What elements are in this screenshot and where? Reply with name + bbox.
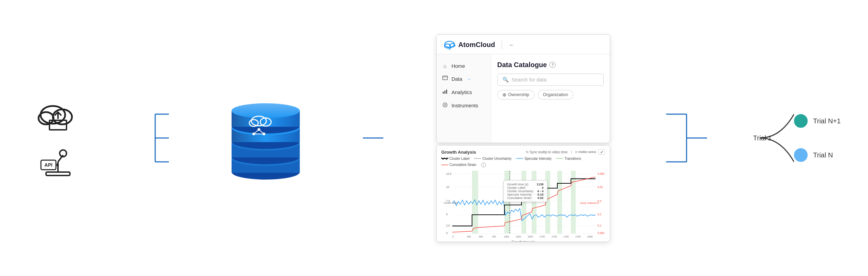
sidebar-item-home[interactable]: ⌂ Home	[437, 60, 491, 72]
svg-text:1750: 1750	[563, 235, 569, 238]
panel-to-trials-connector	[666, 73, 707, 203]
search-box[interactable]: 🔍 Search for data	[497, 74, 604, 86]
svg-text:250: 250	[467, 235, 471, 238]
svg-text:0.005: 0.005	[598, 172, 604, 175]
svg-rect-5	[46, 172, 70, 175]
data-icon	[442, 76, 448, 82]
db-to-panel-connector	[363, 83, 383, 193]
logo-text: AtomCloud	[458, 41, 495, 49]
legend-specular-text: Specular Intensity	[525, 157, 552, 160]
legend-info-icon[interactable]: i	[481, 163, 486, 167]
tooltip-uncertainty: Cluster Uncertainty 4 - 4	[507, 189, 544, 193]
chart-title: Growth Analysis	[441, 150, 476, 155]
home-icon: ⌂	[442, 63, 448, 69]
ownership-filter-btn[interactable]: ⊕ Ownership	[497, 90, 534, 99]
svg-point-27	[232, 103, 300, 118]
x-axis-label: Growth time (s)	[441, 240, 605, 242]
svg-text:500: 500	[479, 235, 483, 238]
api-icon: API	[36, 145, 80, 179]
trial-n-node	[794, 148, 808, 162]
database-container	[221, 80, 310, 196]
svg-text:0: 0	[446, 231, 448, 234]
svg-text:2.5: 2.5	[446, 224, 450, 227]
svg-text:1000: 1000	[504, 235, 509, 238]
left-connector-svg	[142, 83, 169, 193]
trial-1-label: Trial 1	[753, 134, 772, 142]
sidebar-item-instruments[interactable]: Instruments	[437, 99, 491, 112]
svg-rect-50	[444, 91, 445, 94]
svg-text:1500: 1500	[528, 235, 533, 238]
back-arrow-btn[interactable]: ←	[509, 42, 514, 48]
legend-strain-text: Cumulative Strain	[450, 163, 476, 167]
search-placeholder-text: Search for data	[512, 77, 547, 82]
trial-n-plus-1-label: Trial N+1	[813, 117, 841, 125]
svg-text:1750: 1750	[575, 235, 581, 238]
legend-uncertainty-text: Cluster Uncertainty	[483, 157, 512, 160]
svg-text:1250: 1250	[516, 235, 521, 238]
left-icons-group: API	[27, 97, 89, 179]
chart-panel: Growth Analysis ↻ Sync tooltip to video …	[436, 145, 610, 242]
atomcloud-window: AtomCloud ← ⌂ Home Data	[436, 34, 610, 143]
main-container: API	[0, 0, 868, 276]
visible-series-label: Visible series	[578, 150, 596, 154]
tooltip-strain-label: Cumulative Strain	[507, 196, 531, 200]
catalogue-title-text: Data Catalogue	[497, 61, 547, 69]
trial-n: Trial N	[794, 148, 833, 162]
sync-label: Sync tooltip to video time	[530, 150, 568, 154]
atomcloud-logo: AtomCloud	[443, 40, 495, 50]
trials-section: Trial N+1 Trial N Trial 1	[760, 101, 841, 175]
svg-point-2	[53, 109, 72, 124]
svg-rect-47	[443, 76, 447, 80]
legend-cumulative-strain: Cumulative Strain	[441, 163, 476, 167]
sidebar: ⌂ Home Data ← Analytics	[437, 54, 491, 143]
legend-specular: Specular Intensity	[516, 157, 552, 160]
svg-rect-78	[571, 171, 576, 234]
svg-text:750: 750	[492, 235, 496, 238]
search-icon: 🔍	[502, 77, 509, 83]
window-body: ⌂ Home Data ← Analytics	[437, 54, 610, 143]
tooltip-uncertainty-label: Cluster Uncertainty	[507, 189, 533, 193]
organization-filter-label: Organization	[543, 92, 568, 97]
svg-text:Cluster Label: Cluster Label	[444, 202, 458, 204]
ownership-filter-label: Ownership	[508, 92, 529, 97]
svg-text:5: 5	[446, 213, 448, 216]
legend-cluster-uncertainty: Cluster Uncertainty	[474, 157, 512, 160]
logo-svg-icon	[443, 40, 456, 50]
svg-text:10: 10	[446, 186, 449, 189]
database-icon	[221, 83, 310, 193]
chart-area: 12.5 10 7.5 5 2.5 0 0.005 0.02 0.3 0.2 0…	[441, 170, 605, 238]
svg-rect-51	[446, 90, 447, 94]
svg-point-53	[444, 104, 446, 106]
tooltip-specular: Specular Intensity 0.15	[507, 193, 544, 196]
tooltip-growth-time-label: Growth time (s):	[507, 183, 529, 186]
svg-rect-72	[472, 171, 478, 234]
sync-tooltip-btn[interactable]: ↻ Sync tooltip to video time	[526, 150, 568, 154]
trial-n-plus-1-node	[794, 114, 808, 128]
legend-transitions: Transitions	[556, 157, 581, 160]
window-header: AtomCloud ←	[437, 35, 610, 54]
visible-series-btn[interactable]: ≡ Visible series	[575, 150, 596, 154]
help-icon[interactable]: ?	[549, 62, 556, 68]
svg-text:12.5: 12.5	[446, 172, 452, 175]
sidebar-item-home-label: Home	[452, 63, 465, 69]
main-content: Data Catalogue ? 🔍 Search for data ⊕ Own…	[491, 54, 610, 143]
tooltip-specular-value: 0.15	[538, 193, 544, 196]
sidebar-item-data[interactable]: Data ←	[437, 72, 491, 86]
sidebar-item-instruments-label: Instruments	[452, 103, 478, 108]
tooltip-strain: Cumulative Strain 0.02	[507, 196, 544, 200]
data-nav-arrow: ←	[467, 76, 471, 81]
sidebar-item-analytics[interactable]: Analytics	[437, 86, 491, 99]
organization-filter-btn[interactable]: Organization	[538, 90, 573, 99]
chart-tooltip: Growth time (s): 1139 Cluster Label 4 Cl…	[503, 180, 547, 202]
svg-text:1750: 1750	[551, 235, 557, 238]
center-panel: AtomCloud ← ⌂ Home Data	[436, 34, 614, 242]
chart-expand-btn[interactable]: ⤢	[598, 150, 605, 155]
tooltip-cluster: Cluster Label 4	[507, 186, 544, 189]
chart-legend: Cluster Label Cluster Uncertainty Specul…	[441, 157, 605, 167]
instruments-icon	[442, 102, 448, 109]
svg-text:0.1: 0.1	[598, 224, 602, 227]
svg-text:0: 0	[452, 235, 454, 238]
svg-text:1750: 1750	[540, 235, 545, 238]
tooltip-uncertainty-value: 4 - 4	[538, 189, 544, 193]
legend-cluster-label: Cluster Label	[441, 157, 470, 160]
